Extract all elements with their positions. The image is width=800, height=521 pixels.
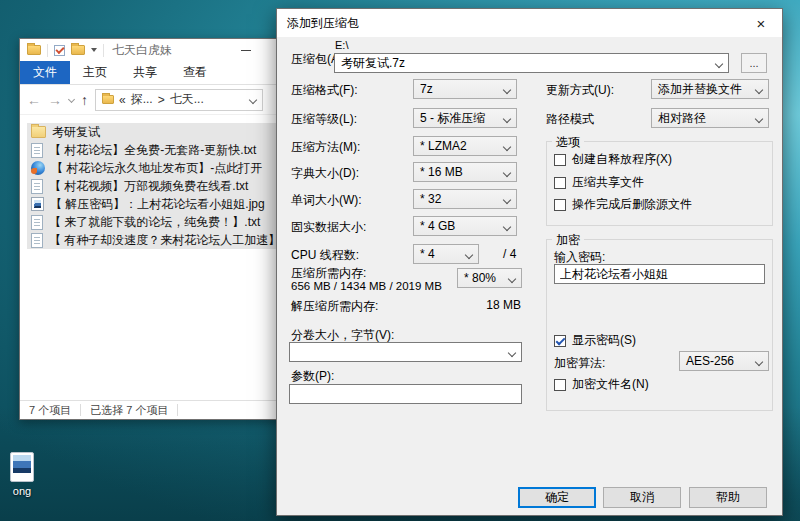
separator — [103, 44, 104, 57]
chevron-down-icon — [503, 115, 511, 123]
chevron-down-icon — [465, 251, 473, 259]
checkbox-label: 显示密码(S) — [572, 332, 636, 349]
format-value: 7z — [420, 82, 433, 96]
format-combobox[interactable]: 7z — [413, 79, 517, 99]
minimize-icon — [241, 50, 251, 51]
checkbox-checked-icon — [554, 335, 566, 347]
solid-block-combobox[interactable]: * 4 GB — [413, 216, 517, 236]
cpu-threads-total: / 4 — [503, 247, 516, 261]
minimize-button[interactable] — [226, 39, 266, 61]
file-name: 【 来了就能下载的论坛，纯免费！】.txt — [49, 214, 260, 231]
separator — [177, 404, 178, 416]
tab-share[interactable]: 共享 — [120, 61, 170, 84]
solid-block-value: * 4 GB — [420, 219, 455, 233]
selected-count: 已选择 7 个项目 — [90, 403, 168, 418]
chevron-down-icon — [503, 169, 511, 177]
help-button[interactable]: 帮助 — [689, 487, 767, 508]
encryption-method-combobox[interactable]: AES-256 — [679, 351, 769, 371]
checkbox-show-password[interactable]: 显示密码(S) — [554, 332, 636, 349]
chevron-down-icon — [755, 358, 763, 366]
browse-button[interactable]: ... — [741, 53, 767, 73]
checkbox-label: 操作完成后删除源文件 — [572, 196, 692, 213]
tab-home[interactable]: 主页 — [70, 61, 120, 84]
cpu-threads-label: CPU 线程数: — [291, 247, 359, 264]
archive-dir-label: E:\ — [335, 39, 348, 51]
quick-access-chevron-down-icon[interactable] — [91, 48, 97, 52]
checkbox-icon — [554, 177, 566, 189]
window-folder-icon — [27, 45, 41, 55]
desktop: ong 七天白虎妹 文件 主页 共享 查看 ← → ↑ « — [0, 0, 800, 521]
text-file-icon — [31, 179, 43, 194]
ok-button[interactable]: 确定 — [518, 487, 596, 508]
dictionary-label: 字典大小(D): — [291, 165, 359, 182]
level-combobox[interactable]: 5 - 标准压缩 — [413, 108, 517, 128]
chevron-down-icon — [503, 223, 511, 231]
file-name: 【 村花视频】万部视频免费在线看.txt — [49, 178, 248, 195]
parameters-input[interactable] — [289, 384, 522, 404]
checkbox-label: 加密文件名(N) — [572, 376, 649, 393]
chevron-down-icon — [503, 86, 511, 94]
tab-file[interactable]: 文件 — [20, 61, 70, 84]
chevron-down-icon — [503, 196, 511, 204]
separator — [47, 44, 48, 57]
volume-size-combobox[interactable] — [289, 342, 522, 362]
text-file-icon — [31, 143, 43, 158]
checkbox-compress-shared[interactable]: 压缩共享文件 — [554, 174, 644, 191]
checkbox-encrypt-filenames[interactable]: 加密文件名(N) — [554, 376, 649, 393]
password-input[interactable] — [554, 264, 765, 284]
checkbox-label: 压缩共享文件 — [572, 174, 644, 191]
word-size-combobox[interactable]: * 32 — [413, 189, 517, 209]
forward-icon[interactable]: → — [48, 93, 62, 107]
image-file-icon — [10, 452, 34, 482]
checkbox-create-sfx[interactable]: 创建自释放程序(X) — [554, 151, 672, 168]
update-mode-combobox[interactable]: 添加并替换文件 — [651, 79, 769, 99]
file-name: 【 村花论坛】全免费-无套路-更新快.txt — [49, 142, 256, 159]
tab-view[interactable]: 查看 — [170, 61, 220, 84]
cancel-button[interactable]: 取消 — [603, 487, 681, 508]
recent-locations-chevron-icon[interactable] — [68, 96, 75, 103]
file-name: 【 解压密码】：上村花论坛看小姐姐.jpg — [50, 196, 265, 213]
breadcrumb-current[interactable]: 七天... — [170, 91, 204, 108]
memory-percent-combobox[interactable]: * 80% — [457, 268, 522, 288]
desktop-icon-label: ong — [0, 485, 50, 497]
address-bar[interactable]: « 探... > 七天... — [95, 89, 263, 111]
update-mode-value: 添加并替换文件 — [658, 81, 742, 98]
dictionary-value: * 16 MB — [420, 165, 463, 179]
text-file-icon — [31, 233, 43, 248]
file-name: 【 有种子却没速度？来村花论坛人工加速】.txt — [49, 232, 296, 249]
solid-block-label: 固实数据大小: — [291, 219, 366, 236]
back-icon[interactable]: ← — [27, 93, 41, 107]
level-label: 压缩等级(L): — [291, 111, 357, 128]
archive-name-combobox[interactable]: 考研复试.7z — [334, 53, 729, 73]
path-mode-label: 路径模式 — [546, 111, 594, 128]
dictionary-combobox[interactable]: * 16 MB — [413, 162, 517, 182]
chevron-down-icon — [755, 115, 763, 123]
address-chevron-down-icon[interactable] — [249, 95, 257, 103]
format-label: 压缩格式(F): — [291, 82, 358, 99]
checkbox-icon — [554, 154, 566, 166]
quick-access-properties-icon[interactable] — [54, 45, 65, 56]
separator — [80, 404, 81, 416]
encryption-method-label: 加密算法: — [554, 355, 605, 372]
folder-icon — [102, 95, 114, 104]
quick-access-new-folder-icon[interactable] — [71, 45, 85, 55]
file-name: 考研复试 — [52, 124, 100, 141]
close-icon[interactable]: × — [740, 9, 782, 37]
window-title: 七天白虎妹 — [112, 42, 172, 59]
dialog-titlebar: 添加到压缩包 × — [277, 9, 782, 37]
checkbox-delete-after[interactable]: 操作完成后删除源文件 — [554, 196, 692, 213]
decompress-memory-value: 18 MB — [417, 298, 521, 312]
cpu-threads-combobox[interactable]: * 4 — [413, 244, 479, 264]
dialog-body: 压缩包(A) E:\ 考研复试.7z ... 压缩格式(F): 7z 压缩等级(… — [277, 37, 782, 515]
browser-icon — [31, 161, 45, 175]
path-mode-combobox[interactable]: 相对路径 — [651, 108, 769, 128]
breadcrumb-parent[interactable]: 探... — [131, 91, 153, 108]
method-combobox[interactable]: * LZMA2 — [413, 136, 517, 156]
up-icon[interactable]: ↑ — [81, 93, 88, 107]
checkbox-icon — [554, 379, 566, 391]
archive-name-value: 考研复试.7z — [341, 55, 405, 72]
update-mode-label: 更新方式(U): — [546, 82, 614, 99]
breadcrumb-separator: > — [158, 93, 165, 107]
dialog-title: 添加到压缩包 — [287, 15, 359, 32]
desktop-icon[interactable]: ong — [0, 452, 50, 497]
